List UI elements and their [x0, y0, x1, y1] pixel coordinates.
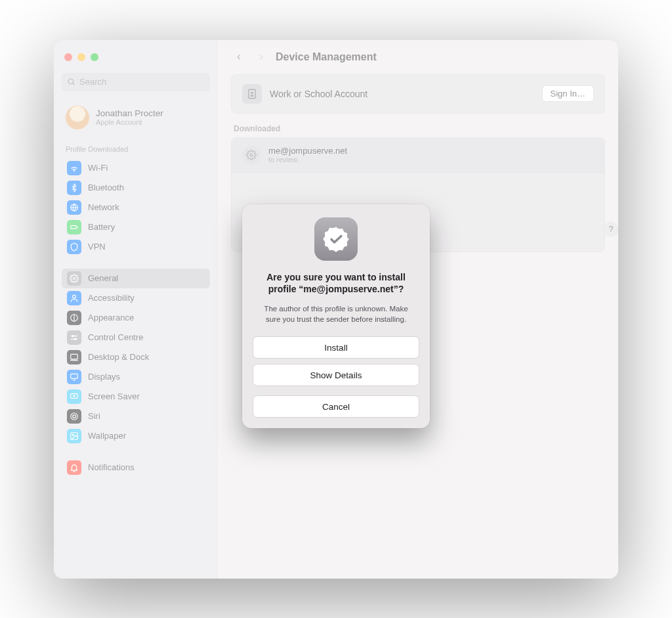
svg-point-25 [250, 154, 253, 156]
sidebar-item-label: Control Centre [88, 332, 144, 342]
verified-badge-icon [322, 225, 350, 253]
avatar [66, 106, 89, 129]
sidebar-item-general[interactable]: General [62, 269, 210, 288]
sidebar-item-wi-fi[interactable]: Wi-Fi [62, 158, 210, 178]
svg-point-20 [73, 414, 76, 418]
sidebar-item-label: VPN [88, 242, 106, 252]
apple-account-row[interactable]: Jonathan Procter Apple Account [62, 102, 210, 139]
chevron-right-icon [257, 53, 266, 62]
sidebar-item-label: Wallpaper [88, 431, 126, 441]
search-input[interactable]: Search [62, 73, 210, 91]
wifi-icon [67, 161, 81, 175]
sign-in-button[interactable]: Sign In… [542, 85, 594, 102]
sidebar-item-appearance[interactable]: Appearance [62, 308, 210, 328]
sidebar-item-label: General [88, 273, 118, 283]
close-window-button[interactable] [64, 53, 72, 61]
globe-icon [67, 200, 81, 215]
search-icon [67, 77, 75, 86]
window-controls [62, 51, 210, 70]
svg-point-11 [72, 335, 74, 336]
work-school-card: Work or School Account Sign In… [231, 74, 605, 114]
minimize-window-button[interactable] [77, 53, 85, 61]
profile-app-icon [314, 217, 358, 261]
sidebar-item-label: Network [88, 202, 119, 212]
svg-rect-15 [71, 374, 78, 378]
sidebar-section-label: Profile Downloaded [62, 141, 210, 156]
profile-sub: to review. [268, 156, 347, 164]
sidebar-item-network[interactable]: Network [62, 198, 210, 217]
sidebar-item-bluetooth[interactable]: Bluetooth [62, 178, 210, 198]
sidebar-item-accessibility[interactable]: Accessibility [62, 288, 210, 308]
bell-icon [67, 460, 81, 475]
appearance-icon [67, 311, 81, 325]
system-settings-window: Search Jonathan Procter Apple Account Pr… [54, 40, 618, 579]
sidebar-item-siri[interactable]: Siri [62, 407, 210, 426]
cancel-button[interactable]: Cancel [253, 395, 419, 418]
svg-point-19 [71, 412, 78, 420]
svg-point-12 [75, 338, 76, 340]
dock-icon [67, 350, 81, 364]
svg-point-7 [73, 295, 76, 298]
sidebar-item-label: Battery [88, 222, 115, 232]
svg-point-6 [73, 277, 75, 280]
dialog-title: Are you sure you want to install profile… [253, 269, 419, 296]
svg-point-24 [251, 91, 253, 94]
profile-title: me@jompuserve.net [268, 146, 347, 156]
sidebar-item-label: Wi-Fi [88, 163, 108, 173]
bluetooth-icon [67, 181, 81, 195]
sidebar-item-label: Notifications [88, 462, 135, 472]
show-details-button[interactable]: Show Details [253, 364, 419, 386]
battery-icon [67, 220, 81, 234]
sidebar-item-vpn[interactable]: VPN [62, 237, 210, 257]
wallpaper-icon [67, 429, 81, 443]
downloaded-header: Downloaded [231, 124, 605, 137]
sidebar-item-desktop-dock[interactable]: Desktop & Dock [62, 347, 210, 367]
svg-rect-4 [71, 225, 77, 229]
titlebar: Device Management [218, 40, 618, 74]
page-title: Device Management [276, 51, 377, 63]
account-name: Jonathan Procter [96, 108, 163, 118]
siri-icon [67, 409, 81, 424]
screensaver-icon [67, 389, 81, 404]
sidebar-item-label: Siri [88, 411, 100, 421]
profile-row[interactable]: me@jompuserve.net to review. [232, 138, 604, 173]
install-button[interactable]: Install [253, 336, 419, 359]
sidebar-item-screen-saver[interactable]: Screen Saver [62, 387, 210, 407]
svg-point-0 [68, 79, 74, 84]
svg-rect-13 [71, 354, 78, 359]
gear-icon [67, 271, 81, 286]
display-icon [67, 370, 81, 384]
svg-line-1 [73, 83, 74, 85]
sidebar: Search Jonathan Procter Apple Account Pr… [54, 40, 218, 579]
install-profile-dialog: Are you sure you want to install profile… [242, 204, 430, 429]
svg-point-2 [74, 170, 74, 171]
person-icon [67, 291, 81, 305]
sidebar-item-label: Desktop & Dock [88, 352, 149, 362]
nav-back-button[interactable] [231, 49, 247, 65]
sliders-icon [67, 330, 81, 345]
sidebar-item-label: Screen Saver [88, 391, 140, 401]
svg-point-22 [72, 434, 74, 435]
profile-gear-icon [242, 146, 261, 164]
help-button[interactable]: ? [604, 222, 618, 236]
chevron-left-icon [234, 53, 243, 62]
sidebar-item-displays[interactable]: Displays [62, 367, 210, 387]
sidebar-item-label: Accessibility [88, 293, 135, 303]
badge-id-icon [242, 84, 262, 104]
sidebar-item-label: Bluetooth [88, 183, 124, 192]
work-school-label: Work or School Account [270, 89, 368, 99]
account-sub: Apple Account [96, 118, 163, 126]
shield-icon [67, 240, 81, 254]
sidebar-item-battery[interactable]: Battery [62, 217, 210, 237]
dialog-subtitle: The author of this profile is unknown. M… [253, 303, 419, 324]
sidebar-item-notifications[interactable]: Notifications [62, 458, 210, 477]
sidebar-item-label: Displays [88, 372, 120, 382]
nav-forward-button[interactable] [253, 49, 269, 65]
fullscreen-window-button[interactable] [91, 53, 98, 61]
sidebar-item-wallpaper[interactable]: Wallpaper [62, 426, 210, 446]
svg-rect-17 [71, 393, 78, 398]
search-placeholder: Search [79, 77, 106, 87]
sidebar-item-label: Appearance [88, 313, 134, 322]
sidebar-item-control-centre[interactable]: Control Centre [62, 328, 210, 347]
svg-point-18 [74, 395, 75, 396]
